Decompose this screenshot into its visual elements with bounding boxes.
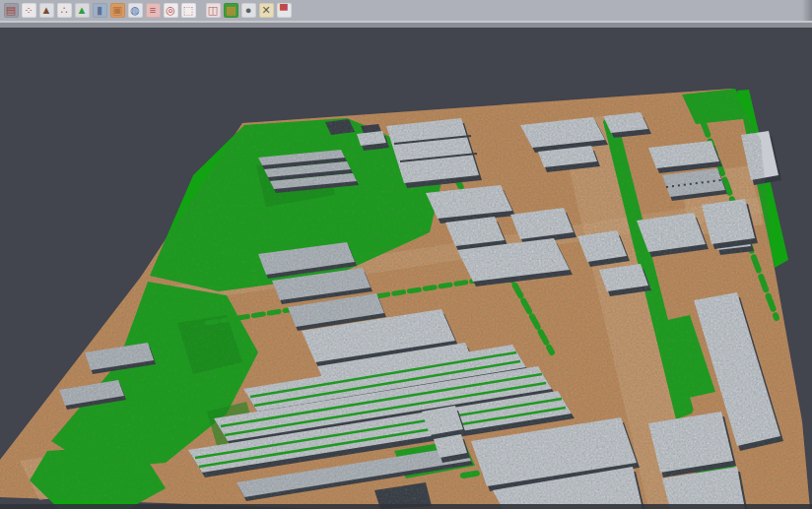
layers-icon[interactable]: ≡	[146, 3, 161, 18]
toolbar: ▤⁘▲∴▲▮▣◍≡◎⬚◫▩●✕▀	[0, 0, 812, 21]
classification-map-icon[interactable]: ▩	[224, 3, 238, 18]
vegetation-icon[interactable]: ▲	[75, 3, 90, 18]
clip-box-icon[interactable]: ◫	[206, 3, 221, 18]
align-points-icon[interactable]: ⁘	[22, 3, 36, 18]
target-icon[interactable]: ◎	[164, 3, 178, 18]
point-speckle-noise	[0, 28, 812, 509]
3d-viewport[interactable]	[0, 28, 812, 509]
sparse-points-icon[interactable]: ∴	[57, 3, 72, 18]
profile-icon[interactable]: ▮	[93, 3, 107, 18]
ground-class-icon[interactable]: ▣	[110, 3, 125, 18]
window-bottom-edge	[0, 504, 812, 509]
window-edge-shading	[802, 0, 812, 21]
toolbar-separator	[197, 3, 204, 18]
transform-icon[interactable]: ✕	[259, 3, 274, 18]
mesh-sphere-icon[interactable]: ●	[241, 3, 256, 18]
flag-icon[interactable]: ▀	[277, 3, 292, 18]
globe-icon[interactable]: ◍	[128, 3, 143, 18]
select-area-icon[interactable]: ⬚	[181, 3, 196, 18]
import-icon[interactable]: ▤	[4, 3, 19, 18]
application-window: ▤⁘▲∴▲▮▣◍≡◎⬚◫▩●✕▀	[0, 0, 812, 509]
terrain-icon[interactable]: ▲	[39, 3, 54, 18]
point-cloud-render	[0, 28, 812, 509]
